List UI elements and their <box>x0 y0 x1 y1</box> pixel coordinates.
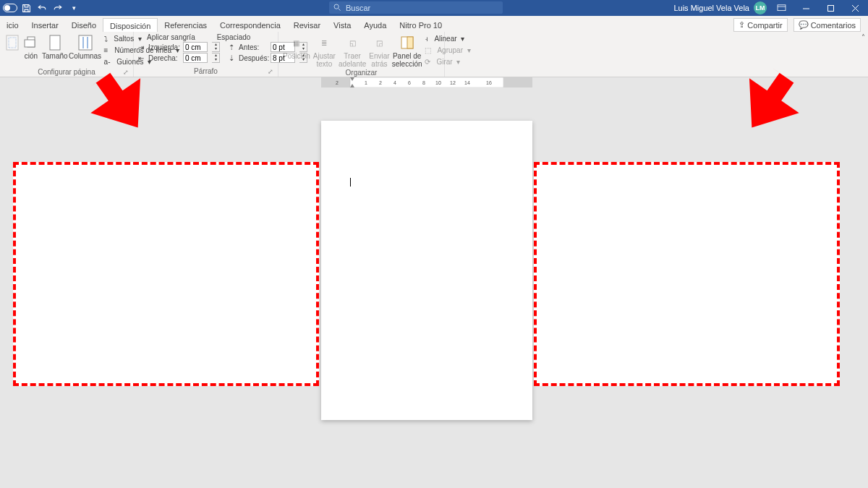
tab-correspondencia[interactable]: Correspondencia <box>213 18 287 32</box>
margins-button[interactable] <box>4 33 20 51</box>
rotate-button[interactable]: ⟳ Girar ▾ <box>425 56 471 67</box>
columns-icon <box>77 35 93 51</box>
tab-disposicion[interactable]: Disposición <box>103 18 158 33</box>
undo-icon[interactable] <box>35 1 49 14</box>
save-icon[interactable] <box>19 1 33 14</box>
svg-text:16: 16 <box>486 80 492 85</box>
search-placeholder: Buscar <box>346 4 370 12</box>
after-icon: ⇣ <box>229 54 234 62</box>
selection-pane-button[interactable]: Panel de selección <box>393 33 422 68</box>
tab-nitro[interactable]: Nitro Pro 10 <box>393 18 448 32</box>
annotation-box-right <box>534 162 840 386</box>
tab-insertar[interactable]: Insertar <box>25 18 65 32</box>
indent-left-spinner[interactable]: ▴▾ <box>212 42 220 52</box>
maximize-button[interactable] <box>820 0 841 16</box>
group-button[interactable]: ⬚ Agrupar ▾ <box>425 45 471 56</box>
search-icon <box>333 4 341 12</box>
svg-rect-13 <box>79 35 92 50</box>
svg-point-0 <box>334 4 339 9</box>
svg-rect-12 <box>50 35 60 50</box>
tab-revisar[interactable]: Revisar <box>287 18 327 32</box>
indent-left-icon: ⇥ <box>138 43 144 51</box>
ribbon-tabs: icio Insertar Diseño Disposición Referen… <box>0 16 868 32</box>
svg-marker-34 <box>727 63 810 145</box>
tab-diseno[interactable]: Diseño <box>65 18 103 32</box>
forward-icon: ◱ <box>344 35 360 51</box>
columns-button[interactable]: Columnas <box>71 33 100 60</box>
redo-icon[interactable] <box>51 1 65 14</box>
indent-right-icon: ⇤ <box>138 54 144 62</box>
user-avatar[interactable]: LM <box>754 1 767 14</box>
paragraph-launcher[interactable]: ⤢ <box>268 68 273 75</box>
user-name: Luis Miguel Vela Vela <box>673 4 749 12</box>
svg-text:2: 2 <box>336 80 339 85</box>
align-icon: ⫞ <box>425 35 428 43</box>
position-icon: ▦ <box>289 35 305 51</box>
orientation-icon <box>23 35 39 51</box>
svg-text:6: 6 <box>408 80 411 85</box>
document-page[interactable] <box>321 121 532 420</box>
horizontal-ruler[interactable]: 212 468 10121416 <box>321 77 532 87</box>
svg-rect-11 <box>25 40 35 47</box>
comment-icon: 💬 <box>799 20 809 30</box>
user-area: Luis Miguel Vela Vela LM <box>673 0 868 16</box>
position-button[interactable]: ▦Posición <box>283 33 310 60</box>
svg-text:8: 8 <box>422 80 425 85</box>
margins-icon <box>4 35 20 51</box>
ribbon-mode-icon[interactable] <box>771 0 791 16</box>
indent-header: Aplicar sangría <box>147 33 195 41</box>
close-button[interactable] <box>845 0 865 16</box>
svg-text:4: 4 <box>393 80 396 85</box>
minimize-button[interactable] <box>796 0 816 16</box>
svg-rect-17 <box>407 37 413 48</box>
backward-icon: ◲ <box>371 35 387 51</box>
quick-access-toolbar: ▾ <box>0 1 81 14</box>
svg-text:14: 14 <box>464 80 470 85</box>
autosave-toggle[interactable] <box>3 1 17 14</box>
bring-forward-button[interactable]: ◱Traer adelante <box>339 33 366 68</box>
svg-rect-19 <box>350 77 503 87</box>
share-icon: ⇪ <box>739 20 745 30</box>
wrap-text-button[interactable]: ≣Ajustar texto <box>313 33 336 68</box>
svg-text:10: 10 <box>435 80 441 85</box>
svg-rect-2 <box>778 4 786 10</box>
align-button[interactable]: ⫞ Alinear ▾ <box>425 33 471 44</box>
spacing-header: Espaciado <box>217 33 251 41</box>
svg-rect-5 <box>827 5 833 11</box>
qat-more-icon[interactable]: ▾ <box>67 1 81 14</box>
share-button[interactable]: ⇪Compartir <box>733 18 787 32</box>
svg-line-1 <box>339 9 341 11</box>
tab-referencias[interactable]: Referencias <box>158 18 213 32</box>
indent-right-spinner[interactable]: ▴▾ <box>212 53 220 63</box>
arrow-left-icon <box>80 63 166 150</box>
before-icon: ⇡ <box>229 43 234 51</box>
indent-left-input[interactable] <box>183 42 208 52</box>
rotate-icon: ⟳ <box>425 58 430 66</box>
search-box[interactable]: Buscar <box>329 1 503 14</box>
group-arrange: ▦Posición ≣Ajustar texto ◱Traer adelante… <box>278 32 445 77</box>
selection-pane-icon <box>399 35 415 51</box>
arrow-right-icon <box>723 63 810 150</box>
indent-right-input[interactable] <box>183 53 208 63</box>
svg-text:1: 1 <box>365 80 367 85</box>
group-icon: ⬚ <box>425 46 431 54</box>
collapse-ribbon-icon[interactable]: ˄ <box>861 33 865 41</box>
svg-text:2: 2 <box>379 80 382 85</box>
svg-marker-33 <box>80 63 163 145</box>
document-canvas[interactable]: 212 468 10121416 <box>0 77 868 488</box>
text-cursor <box>350 178 351 187</box>
tab-ayuda[interactable]: Ayuda <box>357 18 393 32</box>
tab-vista[interactable]: Vista <box>327 18 357 32</box>
send-backward-button[interactable]: ◲Enviar atrás <box>369 33 389 68</box>
orientation-button[interactable]: ción <box>23 33 39 60</box>
tab-inicio[interactable]: icio <box>0 18 25 32</box>
line-numbers-icon: ≡ <box>104 46 109 54</box>
breaks-icon: ⤵ <box>104 35 108 43</box>
comments-button[interactable]: 💬Comentarios <box>793 18 861 32</box>
size-button[interactable]: Tamaño <box>42 33 68 60</box>
title-bar: ▾ Documento1 - Word Buscar Luis Miguel V… <box>0 0 868 16</box>
size-icon <box>47 35 63 51</box>
svg-rect-20 <box>503 77 532 87</box>
wrap-icon: ≣ <box>316 35 332 51</box>
annotation-box-left <box>13 162 319 386</box>
